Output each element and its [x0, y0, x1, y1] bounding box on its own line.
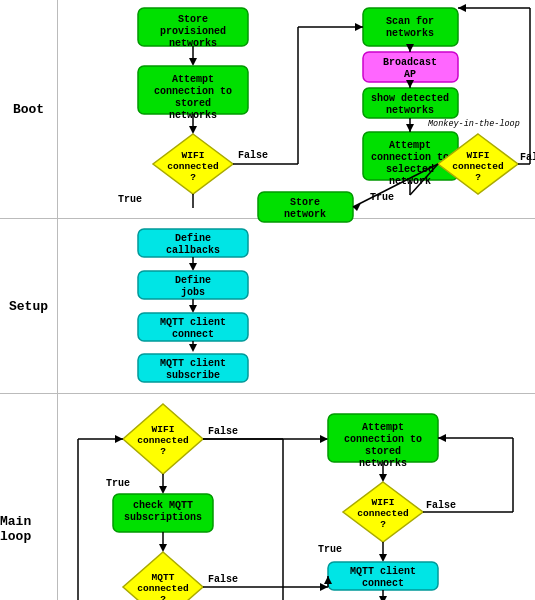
wifi-main-right-text1: WIFI [372, 497, 395, 508]
arrow1-head [189, 58, 197, 66]
true-label-boot: True [118, 194, 142, 205]
wifi-main-right-text3: ? [380, 519, 386, 530]
wifi-main-text2: connected [137, 435, 189, 446]
false-label-boot: False [238, 150, 268, 161]
wifi-right-text1: WIFI [467, 150, 490, 161]
show-detected-text2: networks [386, 105, 434, 116]
main-true-head [159, 486, 167, 494]
wifi-main-right-false: False [426, 500, 456, 511]
monkey-label: Monkey-in-the-loop [428, 119, 520, 129]
wifi-main-text1: WIFI [152, 424, 175, 435]
define-callbacks-text1: Define [175, 233, 211, 244]
mqtt-connect-main-text2: connect [362, 578, 404, 589]
scan-networks-box [363, 8, 458, 46]
show-attempt-head [406, 124, 414, 132]
attempt-stored-main-text3: stored [365, 446, 401, 457]
attempt-stored-main-text2: connection to [344, 434, 422, 445]
mqtt-subscribe-text2: subscribe [166, 370, 220, 381]
section-title-main: Main loop [0, 514, 57, 544]
setup-section: Setup Define callbacks Define jobs MQTT … [0, 219, 535, 394]
check-mqtt-text2: subscriptions [124, 512, 202, 523]
boot-svg: Store provisioned networks Attempt conne… [58, 0, 528, 215]
main-true1: True [106, 478, 130, 489]
mqtt-down-head [159, 544, 167, 552]
wifi-diamond-text3: ? [190, 172, 196, 183]
main-false1: False [208, 426, 238, 437]
attempt-stored-main-text1: Attempt [362, 422, 404, 433]
wifi-right-text2: connected [452, 161, 504, 172]
false-top-right-head [458, 4, 466, 12]
attempt-wifi-main-head [379, 474, 387, 482]
main-section: Main loop WIFI connected ? False True ch… [0, 394, 535, 600]
wifi-false-top-head [438, 434, 446, 442]
define-callbacks-text2: callbacks [166, 245, 220, 256]
mqtt-subscribe-text1: MQTT client [160, 358, 226, 369]
mqtt-connect-main-text1: MQTT client [350, 566, 416, 577]
mqtt-connect-down-head [379, 596, 387, 600]
mqtt-connected-text1: MQTT [152, 572, 175, 583]
boot-label: Boot [0, 0, 58, 218]
true-label-right: True [370, 192, 394, 203]
arrow2-head [189, 126, 197, 134]
setup-svg: Define callbacks Define jobs MQTT client… [58, 219, 528, 359]
store-provisioned-text2: provisioned [160, 26, 226, 37]
mqtt-connected-text2: connected [137, 583, 189, 594]
wifi-main-right-true: True [318, 544, 342, 555]
attempt-selected-text1: Attempt [389, 140, 431, 151]
wifi-main-right-text2: connected [357, 508, 409, 519]
section-title-setup: Setup [9, 299, 48, 314]
mqtt-false-head [320, 583, 328, 591]
setup-head2 [189, 305, 197, 313]
main-false-head [320, 435, 328, 443]
setup-subscribe-svg: MQTT client subscribe [138, 352, 535, 390]
broadcast-ap-text2: AP [404, 69, 416, 80]
store-provisioned-text: Store [178, 14, 208, 25]
define-jobs-text1: Define [175, 275, 211, 286]
setup-head1 [189, 263, 197, 271]
attempt-conn-text3: stored [175, 98, 211, 109]
store-network-text1: Store [290, 197, 320, 208]
boot-section: Boot Store provisioned networks Attempt … [0, 0, 535, 219]
wifi-diamond-text1: WIFI [182, 150, 205, 161]
loop-head [115, 435, 123, 443]
define-jobs-text2: jobs [181, 287, 205, 298]
scan-networks-text2: networks [386, 28, 434, 39]
setup-label: Setup [0, 219, 58, 393]
scan-broadcast-head [406, 44, 414, 52]
false-label-right: False [520, 152, 535, 163]
main-diagram: WIFI connected ? False True check MQTT s… [58, 394, 535, 600]
mqtt-connect-text2: connect [172, 329, 214, 340]
wifi-true-down-head [379, 554, 387, 562]
main-label: Main loop [0, 394, 58, 600]
broadcast-show-head [406, 80, 414, 88]
check-mqtt-text1: check MQTT [133, 500, 193, 511]
mqtt-connected-text3: ? [160, 594, 166, 600]
main-svg: WIFI connected ? False True check MQTT s… [58, 394, 528, 600]
mqtt-connect-text1: MQTT client [160, 317, 226, 328]
show-detected-text1: show detected [371, 93, 449, 104]
attempt-conn-text1: Attempt [172, 74, 214, 85]
attempt-conn-text2: connection to [154, 86, 232, 97]
false-top-head [355, 23, 363, 31]
wifi-right-text3: ? [475, 172, 481, 183]
section-title: Boot [13, 102, 44, 117]
attempt-selected-text2: connection to [371, 152, 449, 163]
broadcast-ap-text1: Broadcast [383, 57, 437, 68]
wifi-diamond-text2: connected [167, 161, 219, 172]
boot-diagram: Store provisioned networks Attempt conne… [58, 0, 535, 218]
scan-networks-text1: Scan for [386, 16, 434, 27]
setup-diagram: Define callbacks Define jobs MQTT client… [58, 219, 535, 393]
mqtt-false-label: False [208, 574, 238, 585]
wifi-main-text3: ? [160, 446, 166, 457]
setup-head3 [189, 344, 197, 352]
